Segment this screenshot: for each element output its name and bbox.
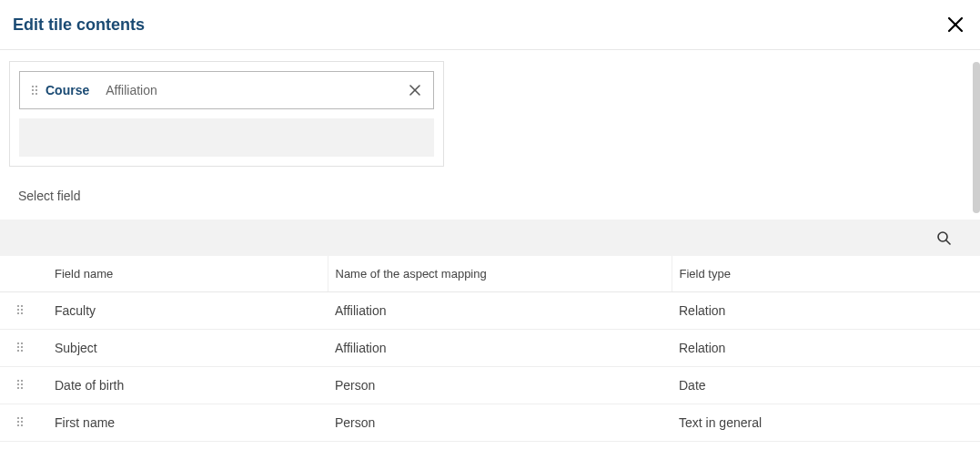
col-header-field-type[interactable]: Field type	[672, 256, 980, 292]
svg-point-27	[21, 383, 23, 385]
chip-remove-button[interactable]	[406, 81, 424, 99]
cell-field-type: Text in general	[672, 404, 980, 442]
cell-field-name: Subject	[40, 330, 328, 367]
scrollbar-thumb[interactable]	[973, 62, 980, 213]
table-header-row: Field name Name of the aspect mapping Fi…	[0, 256, 980, 292]
svg-point-4	[32, 89, 34, 91]
svg-point-28	[17, 387, 19, 389]
scrollbar[interactable]	[973, 62, 980, 213]
drag-handle-icon[interactable]	[29, 85, 40, 96]
cell-field-name: First name	[40, 404, 328, 442]
svg-point-6	[32, 93, 34, 95]
svg-point-26	[17, 383, 19, 385]
svg-point-15	[21, 309, 23, 311]
dialog-title: Edit tile contents	[13, 15, 145, 35]
svg-point-23	[21, 350, 23, 352]
svg-point-21	[21, 346, 23, 348]
svg-point-25	[21, 380, 23, 382]
svg-point-17	[21, 312, 23, 314]
select-field-label: Select field	[0, 167, 980, 220]
svg-point-33	[21, 421, 23, 423]
cell-field-type: Date	[672, 367, 980, 404]
svg-point-18	[17, 342, 19, 344]
table-row[interactable]: First namePersonText in general	[0, 404, 980, 442]
svg-point-14	[17, 309, 19, 311]
cell-aspect: Person	[328, 404, 672, 442]
cell-aspect: Affiliation	[328, 292, 672, 330]
svg-point-22	[17, 350, 19, 352]
svg-point-31	[21, 417, 23, 419]
svg-point-34	[17, 424, 19, 426]
close-button[interactable]	[944, 13, 967, 36]
drag-handle-icon[interactable]	[0, 330, 40, 367]
svg-point-24	[17, 380, 19, 382]
svg-line-11	[946, 240, 950, 244]
close-icon	[947, 16, 964, 33]
content-area: Course Affiliation Select field	[0, 50, 980, 470]
empty-field-slot[interactable]	[19, 118, 434, 157]
col-header-field-name[interactable]: Field name	[40, 256, 328, 292]
svg-point-32	[17, 421, 19, 423]
cell-field-name: Faculty	[40, 292, 328, 330]
svg-point-35	[21, 424, 23, 426]
cell-field-type: Relation	[672, 292, 980, 330]
svg-point-3	[35, 86, 37, 87]
svg-point-12	[17, 305, 19, 307]
chip-sublabel: Affiliation	[106, 83, 157, 97]
table-row[interactable]: Date of birthPersonDate	[0, 367, 980, 404]
drag-handle-icon[interactable]	[0, 367, 40, 404]
svg-point-5	[35, 89, 37, 91]
col-header-drag	[0, 256, 40, 292]
cell-field-name: Date of birth	[40, 367, 328, 404]
svg-point-29	[21, 387, 23, 389]
cell-field-type: Relation	[672, 330, 980, 367]
remove-icon	[409, 85, 420, 96]
tile-contents-box: Course Affiliation	[9, 61, 444, 167]
svg-point-30	[17, 417, 19, 419]
edit-tile-dialog: Edit tile contents	[0, 0, 980, 470]
svg-point-13	[21, 305, 23, 307]
svg-point-20	[17, 346, 19, 348]
cell-aspect: Affiliation	[328, 330, 672, 367]
search-bar	[0, 220, 980, 256]
table-row[interactable]: FacultyAffiliationRelation	[0, 292, 980, 330]
search-icon	[936, 230, 951, 245]
svg-point-2	[32, 86, 34, 87]
svg-point-16	[17, 312, 19, 314]
dialog-header: Edit tile contents	[0, 0, 980, 50]
search-button[interactable]	[933, 227, 955, 249]
svg-point-7	[35, 93, 37, 95]
cell-aspect: Person	[328, 367, 672, 404]
table-row[interactable]: SubjectAffiliationRelation	[0, 330, 980, 367]
drag-handle-icon[interactable]	[0, 292, 40, 330]
svg-point-19	[21, 342, 23, 344]
chip-label: Course	[45, 83, 89, 97]
col-header-aspect[interactable]: Name of the aspect mapping	[328, 256, 672, 292]
drag-handle-icon[interactable]	[0, 404, 40, 442]
field-table: Field name Name of the aspect mapping Fi…	[0, 256, 980, 442]
tile-field-chip[interactable]: Course Affiliation	[19, 71, 434, 109]
